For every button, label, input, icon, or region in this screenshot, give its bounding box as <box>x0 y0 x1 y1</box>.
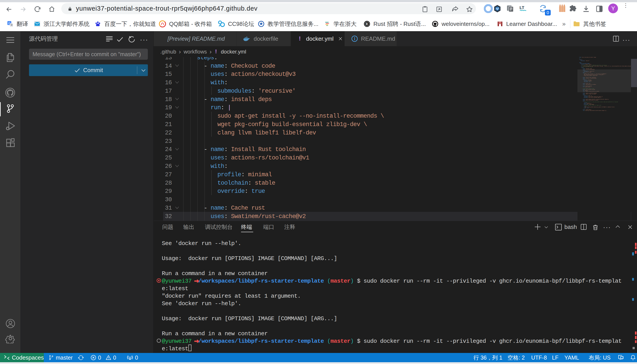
svg-text:R: R <box>366 22 368 26</box>
svg-text:文: 文 <box>11 24 13 26</box>
svg-text:LT: LT <box>519 5 524 10</box>
